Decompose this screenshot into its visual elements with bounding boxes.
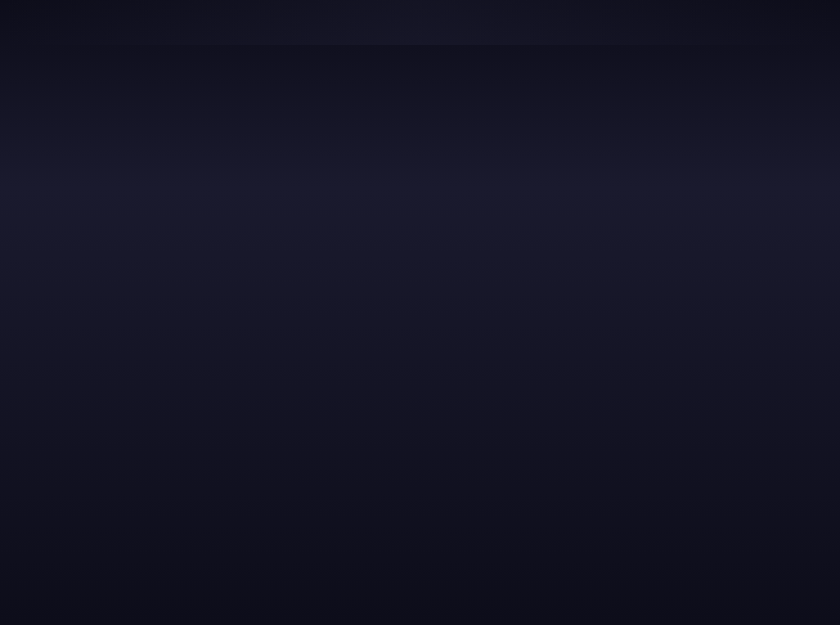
background-overlay [0, 0, 840, 625]
main-wrapper: /ASUS UEFI BIOS Utility – Advanced Mode … [0, 0, 840, 625]
